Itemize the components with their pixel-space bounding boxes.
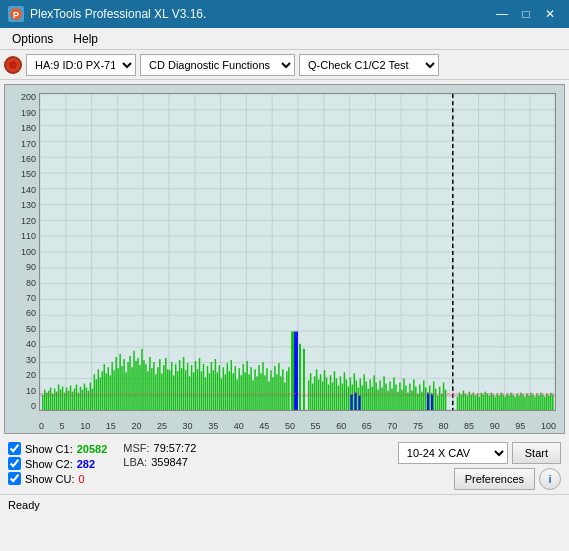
svg-rect-213 — [381, 388, 382, 410]
lba-label: LBA: — [123, 456, 147, 468]
svg-rect-164 — [266, 368, 267, 410]
svg-rect-54 — [56, 392, 57, 410]
show-c1-checkbox[interactable] — [8, 442, 21, 455]
svg-rect-116 — [171, 362, 172, 410]
show-cu-label: Show CU: — [25, 473, 75, 485]
svg-rect-99 — [145, 364, 146, 410]
cu-value: 0 — [79, 473, 85, 485]
svg-rect-275 — [514, 397, 515, 410]
svg-rect-246 — [457, 397, 458, 410]
menu-options[interactable]: Options — [4, 30, 61, 48]
svg-rect-134 — [207, 366, 208, 410]
svg-rect-82 — [111, 362, 112, 410]
function-select[interactable]: CD Diagnostic Functions — [140, 54, 295, 76]
window-title: PlexTools Professional XL V3.16. — [30, 7, 206, 21]
preferences-button[interactable]: Preferences — [454, 468, 535, 490]
svg-rect-101 — [149, 357, 150, 410]
svg-rect-269 — [502, 395, 503, 410]
svg-rect-53 — [54, 389, 55, 410]
prefs-info-row: Preferences i — [454, 468, 561, 490]
x-label-20: 20 — [131, 421, 141, 431]
svg-rect-71 — [90, 382, 91, 410]
svg-rect-205 — [365, 381, 366, 410]
svg-rect-278 — [520, 393, 521, 410]
svg-rect-52 — [52, 394, 53, 410]
svg-rect-98 — [143, 360, 144, 410]
svg-rect-298 — [359, 396, 361, 410]
show-cu-checkbox[interactable] — [8, 472, 21, 485]
svg-rect-105 — [157, 367, 158, 410]
svg-rect-123 — [185, 370, 186, 410]
svg-rect-233 — [421, 392, 422, 410]
y-label-60: 60 — [5, 309, 39, 318]
svg-rect-48 — [44, 390, 45, 410]
svg-rect-88 — [123, 359, 124, 410]
svg-rect-166 — [270, 370, 271, 410]
status-text: Ready — [8, 499, 40, 511]
menu-help[interactable]: Help — [65, 30, 106, 48]
lba-row: LBA: 359847 — [123, 456, 196, 468]
svg-rect-91 — [129, 356, 130, 410]
y-label-70: 70 — [5, 294, 39, 303]
svg-rect-288 — [540, 393, 541, 410]
y-label-150: 150 — [5, 170, 39, 179]
svg-rect-156 — [250, 367, 251, 410]
svg-rect-172 — [282, 369, 283, 410]
drive-select[interactable]: HA:9 ID:0 PX-712UF — [26, 54, 136, 76]
svg-rect-259 — [483, 395, 484, 410]
svg-rect-136 — [211, 362, 212, 410]
svg-rect-64 — [76, 385, 77, 410]
speed-row: 10-24 X CAV4 X CLV8 X CLVMax X CAV Start — [398, 442, 561, 464]
start-button[interactable]: Start — [512, 442, 561, 464]
status-indicator — [4, 56, 22, 74]
close-button[interactable]: ✕ — [539, 5, 561, 23]
minimize-button[interactable]: — — [491, 5, 513, 23]
y-axis: 0 10 20 30 40 50 60 70 80 90 100 110 120… — [5, 93, 39, 411]
svg-rect-208 — [371, 387, 372, 410]
maximize-button[interactable]: □ — [515, 5, 537, 23]
svg-rect-254 — [473, 393, 474, 410]
svg-rect-158 — [254, 369, 255, 410]
svg-rect-117 — [173, 375, 174, 410]
chart-svg — [40, 94, 555, 410]
test-select[interactable]: Q-Check C1/C2 Test — [299, 54, 439, 76]
svg-rect-186 — [328, 385, 329, 410]
svg-rect-180 — [316, 369, 317, 410]
c1-row: Show C1: 20582 — [8, 442, 107, 455]
svg-rect-193 — [342, 383, 343, 410]
menubar: Options Help — [0, 28, 569, 50]
svg-rect-203 — [362, 386, 363, 410]
svg-rect-120 — [179, 360, 180, 410]
svg-rect-188 — [332, 382, 333, 410]
svg-rect-230 — [415, 387, 416, 410]
svg-rect-295 — [294, 332, 298, 410]
svg-rect-151 — [240, 375, 241, 410]
x-label-80: 80 — [439, 421, 449, 431]
svg-rect-87 — [121, 366, 122, 410]
x-label-60: 60 — [336, 421, 346, 431]
show-c2-checkbox[interactable] — [8, 457, 21, 470]
svg-rect-284 — [532, 395, 533, 410]
svg-rect-110 — [167, 369, 168, 410]
svg-rect-131 — [201, 371, 202, 410]
statusbar: Ready — [0, 494, 569, 514]
svg-rect-85 — [117, 368, 118, 410]
svg-rect-163 — [264, 375, 265, 410]
info-button[interactable]: i — [539, 468, 561, 490]
svg-rect-247 — [459, 393, 460, 410]
x-label-15: 15 — [106, 421, 116, 431]
svg-rect-280 — [524, 397, 525, 410]
svg-rect-47 — [42, 395, 43, 410]
svg-rect-244 — [443, 382, 444, 410]
svg-rect-215 — [385, 383, 386, 410]
x-label-0: 0 — [39, 421, 44, 431]
svg-rect-240 — [435, 389, 436, 410]
svg-rect-152 — [242, 364, 243, 410]
svg-rect-127 — [193, 372, 194, 410]
svg-rect-135 — [209, 373, 210, 410]
svg-rect-220 — [395, 385, 396, 410]
svg-rect-191 — [338, 386, 339, 410]
svg-rect-173 — [284, 382, 285, 410]
speed-select[interactable]: 10-24 X CAV4 X CLV8 X CLVMax X CAV — [398, 442, 508, 464]
svg-text:P: P — [13, 10, 19, 20]
